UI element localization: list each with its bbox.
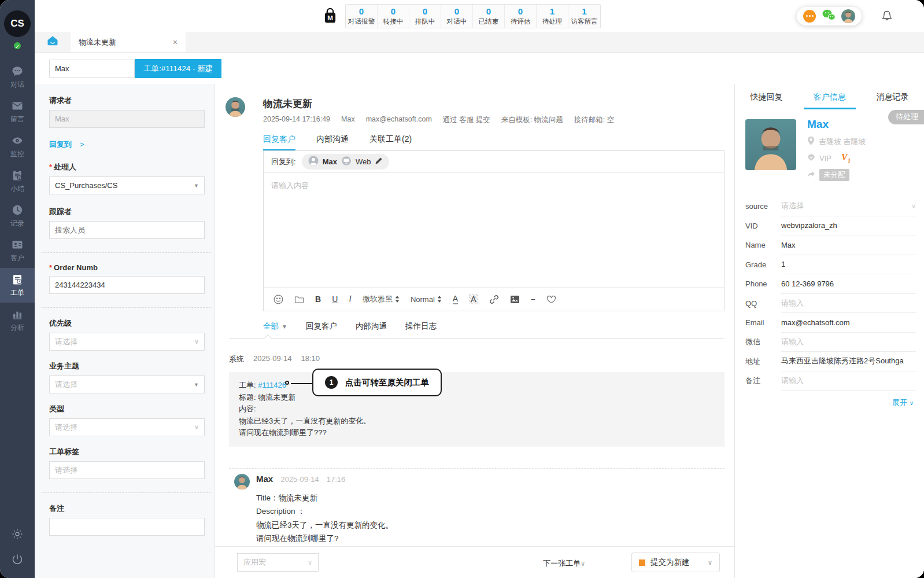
- stat-queuing[interactable]: 0排队中: [409, 5, 441, 28]
- vid-field[interactable]: webvipzalora_zh: [781, 216, 916, 236]
- italic-button[interactable]: I: [349, 294, 352, 304]
- stat-value: 0: [518, 6, 523, 17]
- underline-button[interactable]: U: [332, 294, 338, 304]
- sidebar-item-analytics[interactable]: 分析: [0, 303, 35, 337]
- stat-pending-eval[interactable]: 0待评估: [505, 5, 537, 28]
- tab-internal-comm[interactable]: 内部沟通: [316, 134, 349, 150]
- reply-to-link[interactable]: 回复到>: [49, 139, 205, 150]
- power-icon[interactable]: [10, 553, 24, 569]
- tab-quick-replies[interactable]: 快捷回复: [735, 84, 798, 109]
- stat-pending[interactable]: 1待处理: [537, 5, 568, 28]
- order-number-input[interactable]: 243144223434: [49, 276, 205, 294]
- tab-customer-info[interactable]: 客户信息: [798, 84, 861, 109]
- tags-input[interactable]: 请选择: [49, 461, 205, 479]
- reply-target-pill: Max Web: [302, 154, 390, 170]
- sidebar-item-chat[interactable]: 对话: [0, 60, 35, 94]
- qq-field[interactable]: 请输入: [781, 294, 916, 314]
- sidebar-item-messages[interactable]: 留言: [0, 94, 35, 129]
- filter-reply-customer[interactable]: 回复客户: [306, 321, 337, 332]
- font-size-select[interactable]: Normal: [411, 295, 442, 304]
- stat-ended[interactable]: 0已结束: [473, 5, 505, 28]
- tab-reply-customer[interactable]: 回复客户: [263, 134, 295, 150]
- agent-avatar[interactable]: CS: [4, 10, 31, 37]
- eye-icon: [11, 134, 24, 147]
- sidebar-item-label: 工单: [10, 288, 24, 298]
- field-label: VID: [745, 222, 781, 230]
- wechat-field[interactable]: 请输入: [781, 333, 916, 352]
- customer-fields: source 请选择∨ VID webvipzalora_zh Name Max…: [735, 197, 924, 391]
- source-select[interactable]: 请选择∨: [781, 197, 916, 216]
- expand-link[interactable]: 展开 ∨: [735, 391, 924, 408]
- field-row-wechat: 微信 请输入: [745, 333, 916, 352]
- type-select[interactable]: 请选择∨: [49, 418, 205, 436]
- sidebar-item-summary[interactable]: 小结: [0, 164, 35, 198]
- handler-select[interactable]: CS_Purchases/CS▼: [49, 176, 205, 194]
- stat-dialog-alert[interactable]: 0对话报警: [346, 5, 378, 28]
- remark-field[interactable]: 请输入: [781, 371, 916, 391]
- highlight-color-button[interactable]: A: [469, 294, 478, 304]
- grade-field[interactable]: 1: [781, 255, 916, 275]
- home-tab[interactable]: [35, 32, 71, 52]
- emoji-icon[interactable]: [273, 294, 283, 304]
- chevron-down-icon[interactable]: ∨: [708, 559, 712, 566]
- close-icon[interactable]: ×: [173, 38, 178, 47]
- image-icon[interactable]: [510, 295, 520, 304]
- requester-email: max@echatsoft.com: [366, 115, 432, 125]
- gear-icon[interactable]: [10, 527, 24, 543]
- topic-label: 业务主题: [49, 361, 205, 371]
- field-row-vid: VID webvipzalora_zh: [745, 216, 916, 236]
- filter-operation-log[interactable]: 操作日志: [405, 321, 437, 332]
- link-icon[interactable]: [489, 294, 499, 304]
- apply-macro-select[interactable]: 应用宏 ∨: [237, 553, 319, 572]
- filter-internal[interactable]: 内部沟通: [356, 321, 387, 332]
- folder-icon[interactable]: [294, 295, 304, 304]
- name-field[interactable]: Max: [781, 235, 916, 255]
- remark-input[interactable]: [49, 518, 205, 536]
- order-number-value: 243144223434: [55, 281, 105, 289]
- system-date: 2025-09-14: [253, 354, 292, 365]
- chat-bubble-icon: [11, 65, 24, 78]
- font-family-select[interactable]: 微软雅黑: [363, 294, 400, 304]
- ticket-tab[interactable]: 物流未更新 ×: [71, 32, 186, 52]
- ticket-number-button[interactable]: 工单:#111424 - 新建: [135, 59, 221, 78]
- user-avatar[interactable]: [841, 9, 855, 23]
- created-time: 2025-09-14 17:16:49: [263, 115, 330, 125]
- filter-all[interactable]: 全部▼: [263, 321, 287, 332]
- tab-message-history[interactable]: 消息记录: [861, 84, 924, 109]
- bold-button[interactable]: B: [315, 294, 321, 304]
- email-field[interactable]: max@echatsoft.com: [781, 313, 916, 333]
- topic-select[interactable]: 请选择▼: [49, 375, 205, 393]
- wechat-icon[interactable]: [821, 8, 836, 24]
- stat-visitor-messages[interactable]: 1访客留言: [568, 5, 600, 28]
- pencil-icon[interactable]: [375, 157, 383, 167]
- sidebar-item-monitor[interactable]: 监控: [0, 129, 35, 164]
- stat-chatting[interactable]: 0对话中: [441, 5, 473, 28]
- reply-mode-tabs: 回复客户 内部沟通 关联工单(2): [263, 134, 725, 150]
- system-ticket-line: 工单: #111426: [239, 380, 715, 392]
- original-ticket-link[interactable]: #111426: [258, 381, 286, 389]
- divider-button[interactable]: −: [531, 294, 535, 304]
- notification-bell-icon[interactable]: [880, 9, 894, 25]
- field-label: 微信: [745, 337, 781, 347]
- sidebar-item-customers[interactable]: 客户: [0, 233, 35, 268]
- follower-input[interactable]: [49, 221, 205, 239]
- submit-as-new-button[interactable]: 提交为新建 ∨: [631, 553, 720, 572]
- sidebar-item-tickets[interactable]: 工单: [0, 268, 35, 303]
- sidebar-item-records[interactable]: 记录: [0, 198, 35, 233]
- phone-field[interactable]: 60 12-369 9796: [781, 274, 916, 294]
- system-body-line: 请问现在物流到哪里了???: [239, 427, 715, 439]
- queue-stats: 0对话报警 0转接中 0排队中 0对话中 0已结束 0待评估 1待处理 1访客留…: [345, 4, 601, 28]
- font-color-button[interactable]: A: [453, 294, 458, 304]
- stat-label: 排队中: [415, 17, 435, 25]
- editor-textarea[interactable]: 请输入内容: [264, 173, 724, 198]
- tab-linked-tickets[interactable]: 关联工单(2): [369, 134, 412, 150]
- ticket-tab-label: 物流未更新: [79, 37, 116, 47]
- stat-transferring[interactable]: 0转接中: [378, 5, 409, 28]
- chat-channel-icon[interactable]: [803, 10, 816, 23]
- search-input[interactable]: [49, 60, 135, 78]
- favorite-icon[interactable]: [546, 295, 556, 304]
- address-field[interactable]: 马来西亚吉隆坡陈秀连路2号Southga: [781, 352, 916, 371]
- priority-select[interactable]: 请选择∨: [49, 333, 205, 351]
- next-ticket-link[interactable]: 下一张工单∨: [543, 558, 585, 569]
- ticket-form-panel: 请求者 Max 回复到> *处理人 CS_Purchases/CS▼ 跟踪者 *…: [35, 84, 215, 578]
